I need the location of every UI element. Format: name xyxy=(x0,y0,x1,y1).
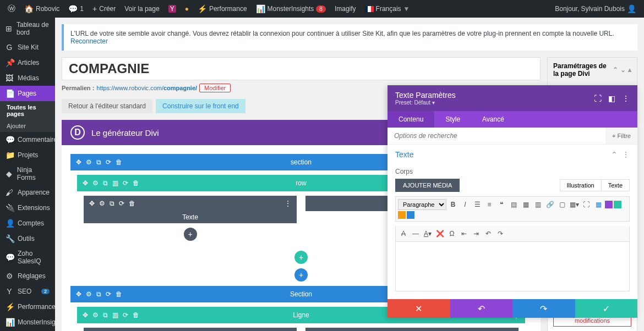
redo-button[interactable]: ↷ xyxy=(512,299,575,318)
new-content[interactable]: +Créer xyxy=(89,4,119,13)
reconnect-link[interactable]: Reconnecter xyxy=(70,37,108,45)
monsterinsights-menu[interactable]: 📊MonsterInsights8 xyxy=(253,4,329,13)
color4-button[interactable] xyxy=(407,211,414,219)
module-text[interactable]: ✥ ⚙ ⧉ ⟳ 🗑 ⋮ xyxy=(84,196,297,211)
color1-button[interactable] xyxy=(605,201,613,208)
module-text2[interactable]: ✥ ⚙ ⧉ ⟳ 🗑 ⋮ xyxy=(305,328,519,331)
tab-style[interactable]: Style xyxy=(434,111,471,128)
sidebar-item-tools[interactable]: 🔧Outils xyxy=(0,231,55,246)
align-center-button[interactable]: ▦ xyxy=(520,199,531,210)
wysiwyg-content[interactable] xyxy=(395,242,630,291)
wp-logo[interactable]: ⓦ xyxy=(4,4,19,14)
sidebar-sub-add[interactable]: Ajouter xyxy=(0,120,55,132)
add-media-button[interactable]: AJOUTER MÉDIA xyxy=(395,179,460,192)
expand-icon[interactable]: ⛶ xyxy=(594,94,602,103)
sidebar-item-seo[interactable]: YSEO2 xyxy=(0,284,55,299)
tab-advanced[interactable]: Avancé xyxy=(471,111,515,128)
user-greeting[interactable]: Bonjour, Sylvain Dubois👤 xyxy=(552,4,640,13)
return-standard-button[interactable]: Retour à l'éditeur standard xyxy=(62,99,152,113)
indent-button[interactable]: ⇥ xyxy=(471,228,482,239)
color3-button[interactable] xyxy=(398,211,406,219)
gear-icon[interactable]: ⚙ xyxy=(92,311,99,319)
trash-icon[interactable]: 🗑 xyxy=(133,311,139,319)
hr-button[interactable]: — xyxy=(410,228,421,239)
add-section-button[interactable]: + xyxy=(294,268,308,282)
sidebar-item-zoho[interactable]: 💬Zoho SalesIQ xyxy=(0,246,55,268)
permalink-edit-button[interactable]: Modifier xyxy=(199,84,231,92)
quote-button[interactable]: ❝ xyxy=(496,199,507,210)
permalink-url[interactable]: https://www.robovic.com/compagnie/ xyxy=(96,85,197,91)
up-icon[interactable]: ⌃ xyxy=(613,66,618,74)
save-icon[interactable]: ⟳ xyxy=(123,311,128,319)
sidebar-item-projects[interactable]: 📁Projets xyxy=(0,147,55,163)
save-icon[interactable]: ⟳ xyxy=(123,179,128,187)
undo-button[interactable]: ↶ xyxy=(483,228,494,239)
add-module-button[interactable]: + xyxy=(184,228,197,241)
clone-icon[interactable]: ⧉ xyxy=(103,311,108,319)
module-image[interactable]: ✥ ⚙ ⧉ ⟳ 🗑 Image ⋮ xyxy=(84,328,297,331)
gear-icon[interactable]: ⚙ xyxy=(86,290,92,298)
sidebar-item-sitekit[interactable]: GSite Kit xyxy=(0,40,55,55)
yoast-icon[interactable]: Y xyxy=(165,5,179,13)
sidebar-item-performance[interactable]: ⚡Performance xyxy=(0,299,55,315)
site-name[interactable]: 🏠Robovic xyxy=(21,4,63,13)
modal-filter-button[interactable]: + Filtre xyxy=(605,128,637,144)
color2-button[interactable] xyxy=(614,201,621,208)
snap-icon[interactable]: ◧ xyxy=(608,94,615,103)
modal-search-input[interactable] xyxy=(388,128,605,144)
clear-button[interactable]: ❌ xyxy=(434,228,445,239)
align-right-button[interactable]: ▥ xyxy=(532,199,543,210)
italic-button[interactable]: I xyxy=(460,199,471,210)
text-tab[interactable]: Texte xyxy=(601,179,630,191)
sidebar-item-monsterinsights[interactable]: 📊MonsterInsights xyxy=(0,315,55,330)
visual-tab[interactable]: Illustration xyxy=(560,179,601,191)
save-icon[interactable]: ⟳ xyxy=(106,158,111,166)
more-button[interactable]: ▢ xyxy=(556,199,567,210)
toolbar-toggle-button[interactable]: ▦ xyxy=(593,199,604,210)
trash-icon[interactable]: 🗑 xyxy=(133,179,139,187)
bold-button[interactable]: B xyxy=(447,199,459,210)
sidebar-item-comments[interactable]: 💬Commentaires1 xyxy=(0,132,55,147)
textcolor-button[interactable]: A▾ xyxy=(422,228,433,239)
gear-icon[interactable]: ⚙ xyxy=(92,179,99,187)
trash-icon[interactable]: 🗑 xyxy=(129,200,135,207)
add-row-button[interactable]: + xyxy=(294,251,308,264)
gear-icon[interactable]: ⚙ xyxy=(99,200,105,207)
undo-button[interactable]: ↶ xyxy=(450,299,513,318)
sidebar-item-media[interactable]: 🖼Médias xyxy=(0,70,55,86)
save-button[interactable]: ✓ xyxy=(575,299,638,318)
sidebar-item-plugins[interactable]: 🔌Extensions xyxy=(0,200,55,216)
fullscreen-button[interactable]: ⛶ xyxy=(581,199,592,210)
clone-icon[interactable]: ⧉ xyxy=(96,158,101,166)
build-frontend-button[interactable]: Construire sur le front end xyxy=(156,99,245,113)
gear-icon[interactable]: ⚙ xyxy=(86,158,92,166)
sidebar-sub-all-pages[interactable]: Toutes les pages xyxy=(0,101,55,120)
outdent-button[interactable]: ⇤ xyxy=(459,228,470,239)
save-icon[interactable]: ⟳ xyxy=(119,200,124,207)
sidebar-item-settings[interactable]: ⚙Réglages xyxy=(0,268,55,284)
redo-button[interactable]: ↷ xyxy=(495,228,506,239)
format-select[interactable]: Paragraphe xyxy=(398,199,446,210)
comments-count[interactable]: 💬1 xyxy=(65,4,87,13)
strike-button[interactable]: A xyxy=(398,228,409,239)
menu-icon[interactable]: ⋮ xyxy=(622,94,630,103)
clone-icon[interactable]: ⧉ xyxy=(110,200,114,207)
move-icon[interactable]: ✥ xyxy=(83,311,88,319)
move-icon[interactable]: ✥ xyxy=(76,158,81,166)
columns-icon[interactable]: ▥ xyxy=(112,311,118,319)
sidebar-item-ninjaforms[interactable]: ◆Ninja Forms xyxy=(0,163,55,185)
ul-button[interactable]: ☰ xyxy=(472,199,483,210)
cancel-button[interactable]: ✕ xyxy=(388,299,450,318)
sidebar-item-posts[interactable]: 📌Articles xyxy=(0,55,55,70)
char-button[interactable]: Ω xyxy=(446,228,457,239)
table-button[interactable]: ▦▾ xyxy=(569,199,580,210)
move-icon[interactable]: ✥ xyxy=(76,290,81,298)
module-menu[interactable]: ⋮ xyxy=(279,200,297,207)
trash-icon[interactable]: 🗑 xyxy=(116,290,122,298)
sidebar-item-pages[interactable]: 📄Pages xyxy=(0,86,55,101)
clone-icon[interactable]: ⧉ xyxy=(103,179,108,187)
ol-button[interactable]: ≡ xyxy=(484,199,495,210)
section-menu-icon[interactable]: ⋮ xyxy=(622,150,630,159)
sidebar-item-appearance[interactable]: 🖌Apparence xyxy=(0,185,55,200)
page-title-input[interactable] xyxy=(62,57,541,80)
